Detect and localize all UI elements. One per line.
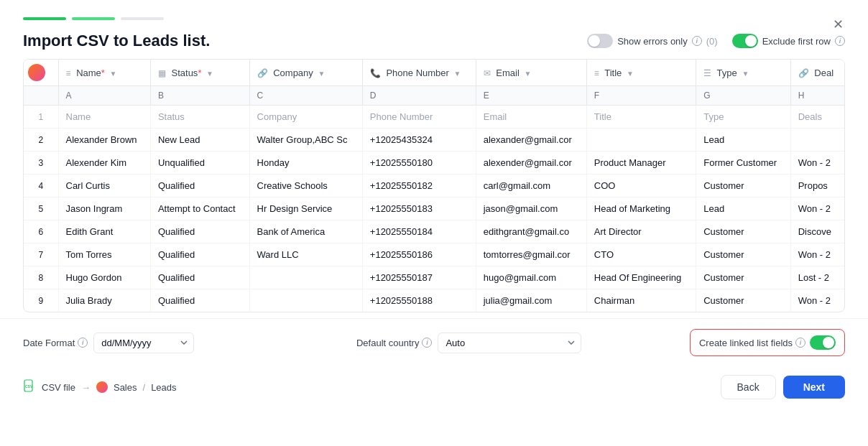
cell-deals: Won - 2 [790, 243, 844, 266]
cell-name: Jason Ingram [58, 198, 150, 220]
next-button[interactable]: Next [783, 376, 845, 399]
cell-status: Attempt to Contact [150, 198, 249, 220]
table-row: 3 Alexender Kim Unqualified Honday +1202… [24, 152, 844, 175]
th-email[interactable]: ✉ Email ▼ [476, 60, 586, 86]
cell-name: Alexender Kim [58, 152, 150, 175]
th-status[interactable]: ▦ Status* ▼ [150, 60, 249, 86]
date-format-group: Date Format i dd/MM/yyyy [23, 333, 348, 353]
cell-email: edithgrant@gmail.co [476, 220, 586, 243]
show-errors-toggle[interactable] [587, 34, 613, 48]
arrow-icon: → [81, 382, 91, 393]
letter-E: E [476, 86, 586, 106]
back-button[interactable]: Back [721, 375, 776, 399]
table-row: 7 Tom Torres Qualified Ward LLC +1202555… [24, 243, 844, 266]
footer: CSV CSV file → Sales / Leads Back Next [0, 366, 868, 414]
date-format-label: Date Format i [23, 338, 88, 348]
placeholder-row: 1 Name Status Company Phone Number Email… [24, 106, 844, 129]
cell-deals: Propos [790, 175, 844, 198]
default-country-select[interactable]: Auto [438, 333, 581, 353]
row-num-1: 1 [24, 106, 58, 129]
cell-type: Customer [696, 175, 790, 198]
th-phone[interactable]: 📞 Phone Number ▼ [362, 60, 476, 86]
cell-email: carl@gmail.com [476, 175, 586, 198]
th-title[interactable]: ≡ Title ▼ [586, 60, 696, 86]
letter-row: A B C D E F G H [24, 86, 844, 106]
cell-title: Product Manager [586, 152, 696, 175]
cell-email: jason@gmail.com [476, 198, 586, 220]
link-icon-deals: 🔗 [798, 68, 809, 78]
letter-F: F [586, 86, 696, 106]
date-format-info-icon: i [78, 338, 88, 348]
cell-deals: Discove [790, 220, 844, 243]
cell-title: Art Director [586, 220, 696, 243]
column-header-row: ≡ Name* ▼ ▦ Status* ▼ 🔗 Company ▼ [24, 60, 844, 86]
data-table-container: ≡ Name* ▼ ▦ Status* ▼ 🔗 Company ▼ [23, 59, 845, 312]
cell-phone: +12025550187 [362, 266, 476, 289]
close-button[interactable]: ✕ [828, 14, 848, 34]
show-errors-control: Show errors only i (0) [587, 34, 717, 48]
cell-company: Bank of America [249, 220, 362, 243]
cell-company: Hr Design Service [249, 198, 362, 220]
phone-icon: 📞 [370, 68, 381, 78]
cell-phone: +12025550188 [362, 289, 476, 312]
link-icon-company: 🔗 [257, 68, 268, 78]
table-row: 5 Jason Ingram Attempt to Contact Hr Des… [24, 198, 844, 220]
show-errors-info-icon: i [692, 36, 702, 46]
cell-name: Edith Grant [58, 220, 150, 243]
th-company[interactable]: 🔗 Company ▼ [249, 60, 362, 86]
letter-G: G [696, 86, 790, 106]
cell-status: Qualified [150, 266, 249, 289]
exclude-first-row-toggle[interactable] [732, 34, 758, 48]
create-linked-label: Create linked list fields i [699, 338, 805, 348]
chevron-down-icon-type: ▼ [742, 70, 749, 78]
breadcrumb: CSV CSV file → Sales / Leads [23, 379, 177, 395]
sales-label: Sales [114, 382, 137, 393]
list-icon: ≡ [66, 68, 71, 78]
create-linked-list-fields-control: Create linked list fields i [690, 329, 845, 356]
csv-file-label: CSV file [42, 382, 75, 393]
placeholder-name: Name [58, 106, 150, 129]
cell-phone: +12025435324 [362, 129, 476, 152]
cell-title: Chairman [586, 289, 696, 312]
cell-title: Head of Marketing [586, 198, 696, 220]
progress-step-2 [72, 17, 115, 20]
th-name[interactable]: ≡ Name* ▼ [58, 60, 150, 86]
exclude-first-row-info-icon: i [835, 36, 845, 46]
cell-deals: Won - 2 [790, 198, 844, 220]
page-title: Import CSV to Leads list. [23, 32, 210, 50]
row-num: 4 [24, 175, 58, 198]
cell-status: Qualified [150, 220, 249, 243]
table-row: 4 Carl Curtis Qualified Creative Schools… [24, 175, 844, 198]
footer-actions: Back Next [721, 375, 845, 399]
cell-title: COO [586, 175, 696, 198]
progress-step-3 [121, 17, 164, 20]
date-format-select[interactable]: dd/MM/yyyy [93, 333, 194, 353]
progress-bar [0, 0, 868, 20]
placeholder-status: Status [150, 106, 249, 129]
show-errors-label: Show errors only [617, 36, 688, 47]
th-type[interactable]: ☰ Type ▼ [696, 60, 790, 86]
th-logo [24, 60, 58, 86]
cell-email: alexander@gmail.cor [476, 129, 586, 152]
cell-email: julia@gmail.com [476, 289, 586, 312]
data-table: ≡ Name* ▼ ▦ Status* ▼ 🔗 Company ▼ [24, 60, 844, 312]
table-row: 9 Julia Brady Qualified +12025550188 jul… [24, 289, 844, 312]
cell-deals: Won - 2 [790, 152, 844, 175]
row-num: 7 [24, 243, 58, 266]
cell-company: Creative Schools [249, 175, 362, 198]
chevron-down-icon-title: ▼ [627, 70, 634, 78]
letter-B: B [150, 86, 249, 106]
cell-name: Julia Brady [58, 289, 150, 312]
create-linked-toggle[interactable] [810, 335, 836, 350]
breadcrumb-separator: / [143, 382, 146, 393]
row-num: 8 [24, 266, 58, 289]
progress-step-1 [23, 17, 66, 20]
chevron-down-icon-company: ▼ [318, 70, 325, 78]
letter-row-index [24, 86, 58, 106]
placeholder-company: Company [249, 106, 362, 129]
cell-company: Walter Group,ABC Sc [249, 129, 362, 152]
exclude-first-row-label: Exclude first row [762, 36, 831, 47]
exclude-first-row-control: Exclude first row i [732, 34, 845, 48]
th-deals[interactable]: 🔗 Deal [790, 60, 844, 86]
cell-name: Carl Curtis [58, 175, 150, 198]
